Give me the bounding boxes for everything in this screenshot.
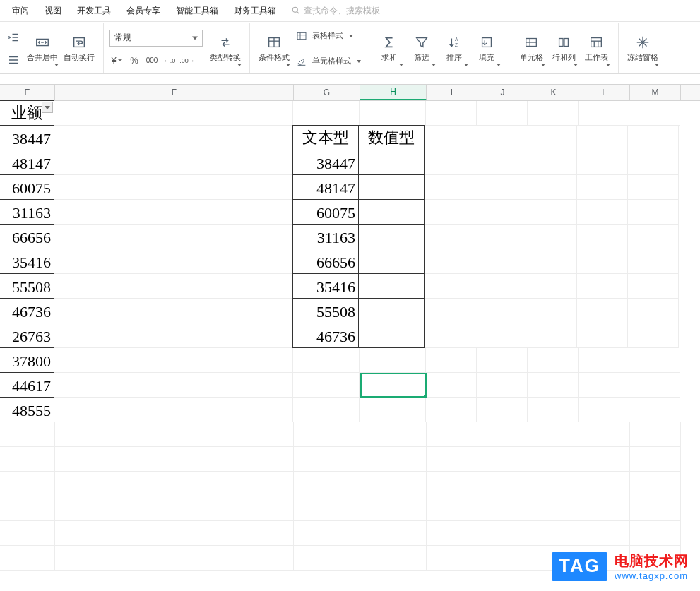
table-style-button[interactable]: 表格样式 — [295, 30, 361, 42]
menu-view[interactable]: 视图 — [37, 5, 69, 17]
cell[interactable] — [425, 175, 475, 200]
column-header-f[interactable]: F — [55, 85, 294, 100]
cell[interactable]: 46736 — [292, 323, 359, 348]
cell[interactable] — [425, 200, 475, 225]
cell[interactable] — [577, 175, 628, 200]
cell[interactable] — [425, 323, 475, 348]
cell[interactable] — [526, 249, 577, 274]
cell[interactable] — [528, 348, 579, 373]
cell[interactable] — [360, 546, 427, 571]
cell[interactable] — [54, 175, 293, 200]
cell[interactable] — [577, 249, 628, 274]
cell[interactable] — [630, 521, 681, 546]
column-header-j[interactable]: J — [477, 85, 528, 100]
cell[interactable] — [628, 150, 679, 175]
cell[interactable] — [427, 447, 477, 472]
cell[interactable] — [579, 521, 630, 546]
cell[interactable]: 37800 — [0, 347, 54, 373]
cell[interactable] — [0, 422, 55, 447]
cell[interactable] — [294, 422, 360, 447]
cell[interactable] — [579, 496, 630, 521]
increase-indent-icon[interactable] — [6, 30, 21, 45]
cell[interactable]: 38447 — [292, 150, 359, 175]
cell[interactable] — [528, 447, 579, 472]
cell[interactable]: 66656 — [292, 249, 359, 274]
cell[interactable] — [579, 398, 629, 422]
cell[interactable] — [55, 472, 294, 496]
cell[interactable] — [293, 348, 360, 373]
cell[interactable] — [628, 299, 679, 323]
cell[interactable] — [579, 373, 629, 398]
cell[interactable] — [54, 274, 293, 299]
cell[interactable]: 60075 — [292, 199, 359, 225]
cond-format-button[interactable]: 条件格式 — [256, 28, 292, 69]
auto-wrap-button[interactable]: 自动换行 — [61, 28, 97, 69]
freeze-button[interactable]: 冻结窗格 — [624, 28, 661, 69]
cell[interactable] — [54, 225, 293, 249]
cell[interactable] — [528, 398, 579, 422]
cell[interactable]: 66656 — [0, 224, 54, 249]
sort-button[interactable]: AZ 排序 — [438, 28, 470, 69]
cell[interactable] — [54, 323, 293, 348]
cell[interactable] — [526, 150, 577, 175]
cell[interactable] — [55, 422, 294, 447]
cell[interactable] — [579, 101, 629, 126]
cell[interactable] — [475, 175, 526, 200]
cell[interactable]: 46736 — [0, 298, 54, 323]
cell[interactable] — [475, 249, 526, 274]
worksheet-button[interactable]: 工作表 — [580, 28, 612, 69]
cell[interactable] — [579, 472, 630, 496]
cell[interactable] — [526, 274, 577, 299]
cell[interactable] — [629, 348, 680, 373]
cell[interactable] — [477, 546, 528, 571]
column-header-g[interactable]: G — [294, 85, 360, 100]
cell[interactable] — [425, 299, 475, 323]
filter-button[interactable]: 筛选 — [405, 28, 438, 69]
command-search[interactable]: 查找命令、搜索模板 — [291, 5, 380, 17]
cell[interactable] — [628, 175, 679, 200]
cell[interactable] — [358, 249, 425, 274]
cell[interactable] — [526, 175, 577, 200]
cell[interactable]: 文本型 — [292, 125, 359, 150]
cell[interactable] — [55, 546, 294, 571]
cell[interactable] — [477, 521, 528, 546]
cell[interactable] — [54, 373, 293, 398]
cell[interactable] — [477, 373, 528, 398]
cell[interactable] — [630, 422, 681, 447]
cell[interactable] — [426, 398, 477, 422]
menu-member[interactable]: 会员专享 — [119, 5, 168, 17]
cell[interactable] — [475, 200, 526, 225]
cell[interactable] — [630, 472, 681, 496]
cell[interactable] — [54, 249, 293, 274]
decrease-indent-icon[interactable] — [6, 52, 21, 68]
merge-center-button[interactable]: 合并居中 — [24, 28, 61, 69]
cell[interactable] — [55, 521, 294, 546]
cell[interactable] — [54, 126, 293, 150]
cell[interactable]: 48147 — [292, 174, 359, 200]
cell[interactable] — [425, 150, 475, 175]
cell[interactable] — [628, 274, 679, 299]
cell[interactable] — [294, 546, 360, 571]
cell[interactable] — [629, 101, 680, 126]
decrease-decimal-button[interactable]: ←.0 — [162, 54, 177, 68]
cell[interactable] — [630, 447, 681, 472]
menu-smart-tools[interactable]: 智能工具箱 — [168, 5, 226, 17]
cell[interactable] — [54, 101, 293, 126]
cell[interactable] — [528, 496, 579, 521]
cell[interactable] — [294, 496, 360, 521]
cell[interactable] — [579, 447, 630, 472]
cell[interactable] — [528, 472, 579, 496]
cell[interactable] — [577, 200, 628, 225]
cell[interactable] — [358, 174, 425, 200]
cell[interactable] — [0, 546, 55, 571]
type-convert-button[interactable]: 类型转换 — [207, 28, 244, 69]
cell[interactable] — [577, 126, 628, 150]
cell[interactable] — [477, 422, 528, 447]
cell[interactable] — [628, 225, 679, 249]
cell[interactable] — [360, 472, 427, 496]
cell[interactable] — [425, 225, 475, 249]
cell[interactable] — [579, 422, 630, 447]
cell[interactable] — [358, 224, 425, 249]
fill-button[interactable]: 填充 — [470, 28, 503, 69]
menu-dev-tools[interactable]: 开发工具 — [69, 5, 119, 17]
